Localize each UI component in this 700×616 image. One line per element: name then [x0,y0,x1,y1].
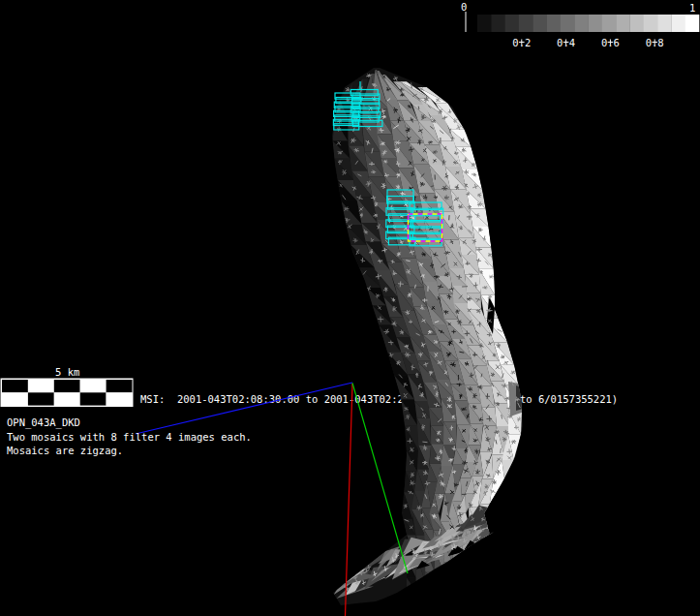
status-line-right: to 6/0157355221) [520,393,618,405]
info-line-1: Two mosaics with 8 filter 4 images each. [7,431,252,443]
colorbar-tick-label: 0.8 [646,37,664,48]
sequence-id: OPN_043A_DKD [7,416,80,429]
scale-bar-checker [1,379,134,408]
colorbar-tick-label: 0.4 [557,37,575,48]
colorbar-tick-label: 0.6 [601,37,620,48]
colorbar-max-label: 1 [689,2,695,14]
info-line-2: Mosaics are zigzag. [7,445,123,456]
viz-canvas[interactable]: MSI: 2001-043T02:08:30.00 to 2001-043T02… [0,0,700,616]
colorbar-tick-label: 0.2 [512,37,531,48]
colorbar-min-label: 0 [461,1,467,13]
colorbar-gradient-steps [477,15,699,32]
scale-bar-label: 5 km [55,366,79,378]
